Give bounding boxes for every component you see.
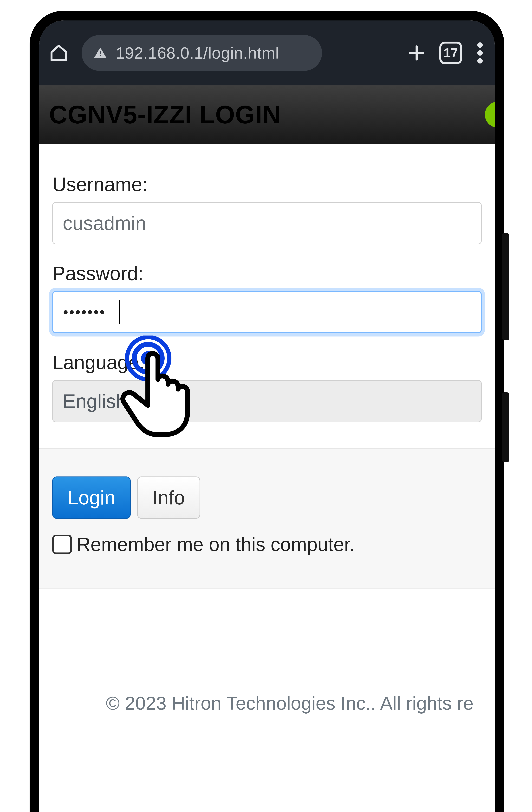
remember-checkbox[interactable] — [52, 535, 72, 554]
svg-rect-1 — [100, 55, 101, 56]
login-form-area: Username: Password: Language: English — [39, 144, 495, 714]
info-button-label: Info — [152, 487, 185, 509]
login-button-label: Login — [68, 487, 115, 509]
phone-side-button-bottom — [502, 392, 509, 462]
svg-point-5 — [477, 50, 483, 56]
phone-frame: 192.168.0.1/login.html 17 — [30, 11, 504, 812]
page-header: CGNV5-IZZI LOGIN — [39, 85, 495, 144]
tab-count-badge[interactable]: 17 — [439, 42, 462, 64]
password-group: Password: — [39, 262, 495, 333]
insecure-warning-icon — [93, 46, 108, 60]
overflow-menu-icon[interactable] — [475, 42, 485, 63]
info-button[interactable]: Info — [137, 477, 200, 519]
tab-count-value: 17 — [444, 45, 458, 60]
copyright-text: © 2023 Hitron Technologies Inc.. All rig… — [106, 693, 474, 714]
logo-accent — [485, 102, 495, 128]
username-group: Username: — [39, 173, 495, 244]
address-bar[interactable]: 192.168.0.1/login.html — [82, 35, 322, 71]
remember-row: Remember me on this computer. — [52, 533, 481, 555]
svg-rect-0 — [100, 51, 101, 54]
text-caret — [119, 300, 120, 324]
language-group: Language: English — [39, 351, 495, 422]
password-input[interactable] — [52, 291, 481, 333]
page-title: CGNV5-IZZI LOGIN — [49, 100, 281, 129]
url-text: 192.168.0.1/login.html — [116, 44, 279, 62]
username-input[interactable] — [52, 202, 481, 244]
remember-label: Remember me on this computer. — [77, 533, 355, 555]
password-label: Password: — [52, 262, 481, 285]
new-tab-icon[interactable] — [407, 43, 426, 63]
footer: © 2023 Hitron Technologies Inc.. All rig… — [39, 589, 495, 714]
phone-screen: 192.168.0.1/login.html 17 — [39, 20, 495, 812]
language-select[interactable]: English — [52, 380, 481, 422]
login-button[interactable]: Login — [52, 477, 131, 519]
button-section: Login Info Remember me on this computer. — [39, 448, 495, 589]
language-label: Language: — [52, 351, 481, 374]
svg-point-4 — [477, 42, 483, 48]
browser-toolbar: 192.168.0.1/login.html 17 — [39, 20, 495, 85]
phone-side-button-top — [502, 233, 509, 340]
username-label: Username: — [52, 173, 481, 195]
stage: 192.168.0.1/login.html 17 — [0, 0, 532, 812]
home-icon[interactable] — [49, 43, 69, 63]
svg-point-6 — [477, 58, 483, 64]
language-value: English — [63, 390, 127, 412]
button-row: Login Info — [52, 477, 481, 519]
